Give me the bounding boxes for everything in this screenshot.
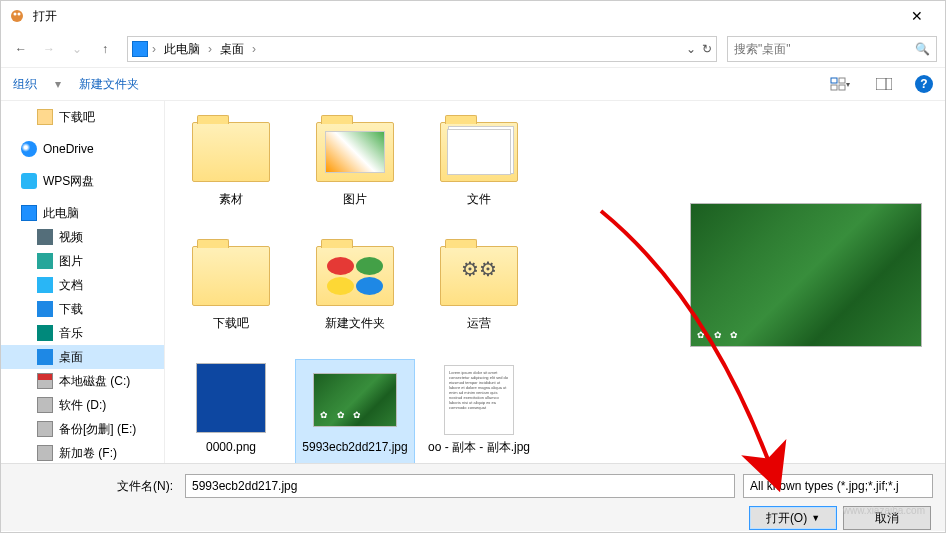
music-icon [37, 325, 53, 341]
sidebar-item-9[interactable]: 桌面 [1, 345, 164, 369]
sidebar-item-12[interactable]: 备份[勿删] (E:) [1, 417, 164, 441]
sidebar-item-label: 视频 [59, 229, 83, 246]
svg-point-2 [18, 13, 21, 16]
svg-rect-5 [831, 85, 837, 90]
sidebar-item-13[interactable]: 新加卷 (F:) [1, 441, 164, 463]
sidebar-item-label: 下载吧 [59, 109, 95, 126]
doc-icon [37, 277, 53, 293]
app-icon [9, 8, 25, 24]
dl-icon [37, 301, 53, 317]
file-thumb [312, 240, 398, 312]
cancel-button[interactable]: 取消 [843, 506, 931, 530]
file-label: 0000.png [206, 440, 256, 454]
sidebar-item-6[interactable]: 文档 [1, 273, 164, 297]
disk-icon [37, 445, 53, 461]
nav-forward: → [37, 37, 61, 61]
open-button[interactable]: 打开(O)▼ [749, 506, 837, 530]
nav-recent-dropdown[interactable]: ⌄ [65, 37, 89, 61]
file-label: 图片 [343, 192, 367, 206]
sidebar-item-label: 图片 [59, 253, 83, 270]
file-thumb [312, 364, 398, 436]
sidebar-item-label: 本地磁盘 (C:) [59, 373, 130, 390]
onedrive-icon [21, 141, 37, 157]
sidebar-item-label: 新加卷 (F:) [59, 445, 117, 462]
help-icon[interactable]: ? [915, 75, 933, 93]
sidebar: 下载吧OneDriveWPS网盘此电脑视频图片文档下载音乐桌面本地磁盘 (C:)… [1, 101, 165, 463]
disk-warn-icon [37, 373, 53, 389]
crumb-dropdown-icon[interactable]: ⌄ [686, 42, 696, 56]
disk-icon [37, 421, 53, 437]
new-folder-button[interactable]: 新建文件夹 [79, 76, 139, 93]
filename-label: 文件名(N): [13, 478, 177, 495]
video-icon [37, 229, 53, 245]
sidebar-item-8[interactable]: 音乐 [1, 321, 164, 345]
file-label: 运营 [467, 316, 491, 330]
sidebar-item-label: 此电脑 [43, 205, 79, 222]
file-label: 新建文件夹 [325, 316, 385, 330]
file-label: 下载吧 [213, 316, 249, 330]
crumb-root[interactable]: 此电脑 [160, 39, 204, 60]
sidebar-item-label: WPS网盘 [43, 173, 94, 190]
svg-point-0 [11, 10, 23, 22]
refresh-icon[interactable]: ↻ [702, 42, 712, 56]
file-item-7[interactable]: 5993ecb2dd217.jpg [295, 359, 415, 463]
nav-up[interactable]: ↑ [93, 37, 117, 61]
file-thumb: Lorem ipsum dolor sit amet consectetur a… [436, 364, 522, 436]
file-label: 5993ecb2dd217.jpg [302, 440, 407, 454]
file-item-2[interactable]: 文件 [419, 111, 539, 231]
preview-pane [667, 101, 945, 463]
svg-point-1 [14, 13, 17, 16]
filename-input[interactable] [185, 474, 735, 498]
sidebar-item-11[interactable]: 软件 (D:) [1, 393, 164, 417]
pic-icon [37, 253, 53, 269]
sidebar-item-0[interactable]: 下载吧 [1, 105, 164, 129]
breadcrumb[interactable]: › 此电脑 › 桌面 › ⌄↻ [127, 36, 717, 62]
sidebar-item-label: OneDrive [43, 142, 94, 156]
file-thumb [188, 364, 274, 436]
search-input[interactable] [734, 42, 915, 56]
sidebar-item-label: 文档 [59, 277, 83, 294]
close-button[interactable]: ✕ [897, 8, 937, 24]
file-label: oo - 副本 - 副本.jpg [428, 440, 530, 454]
file-list[interactable]: 素材图片文件下载吧新建文件夹⚙⚙运营0000.png5993ecb2dd217.… [165, 101, 667, 463]
file-type-filter[interactable]: All known types (*.jpg;*.jif;*.j [743, 474, 933, 498]
sidebar-item-label: 下载 [59, 301, 83, 318]
file-label: 素材 [219, 192, 243, 206]
sidebar-item-label: 软件 (D:) [59, 397, 106, 414]
file-label: 文件 [467, 192, 491, 206]
view-mode-button[interactable]: ▾ [827, 73, 853, 95]
sidebar-item-3[interactable]: 此电脑 [1, 201, 164, 225]
file-item-6[interactable]: 0000.png [171, 359, 291, 463]
sidebar-item-1[interactable]: OneDrive [1, 137, 164, 161]
pc-icon [21, 205, 37, 221]
search-icon[interactable]: 🔍 [915, 42, 930, 56]
sidebar-item-5[interactable]: 图片 [1, 249, 164, 273]
preview-pane-button[interactable] [871, 73, 897, 95]
preview-image [690, 203, 922, 347]
file-thumb: ⚙⚙ [436, 240, 522, 312]
file-item-1[interactable]: 图片 [295, 111, 415, 231]
file-thumb [312, 116, 398, 188]
window-title: 打开 [33, 8, 897, 25]
file-item-8[interactable]: Lorem ipsum dolor sit amet consectetur a… [419, 359, 539, 463]
nav-back[interactable]: ← [9, 37, 33, 61]
svg-rect-7 [876, 78, 892, 90]
file-thumb [188, 240, 274, 312]
desk-icon [37, 349, 53, 365]
file-item-4[interactable]: 新建文件夹 [295, 235, 415, 355]
sidebar-item-7[interactable]: 下载 [1, 297, 164, 321]
crumb-current[interactable]: 桌面 [216, 39, 248, 60]
file-item-5[interactable]: ⚙⚙运营 [419, 235, 539, 355]
svg-rect-4 [839, 78, 845, 83]
disk-icon [37, 397, 53, 413]
wps-icon [21, 173, 37, 189]
search-box[interactable]: 🔍 [727, 36, 937, 62]
file-item-0[interactable]: 素材 [171, 111, 291, 231]
sidebar-item-4[interactable]: 视频 [1, 225, 164, 249]
folder-icon [37, 109, 53, 125]
file-item-3[interactable]: 下载吧 [171, 235, 291, 355]
file-thumb [436, 116, 522, 188]
organize-menu[interactable]: 组织 [13, 76, 37, 93]
sidebar-item-10[interactable]: 本地磁盘 (C:) [1, 369, 164, 393]
sidebar-item-2[interactable]: WPS网盘 [1, 169, 164, 193]
